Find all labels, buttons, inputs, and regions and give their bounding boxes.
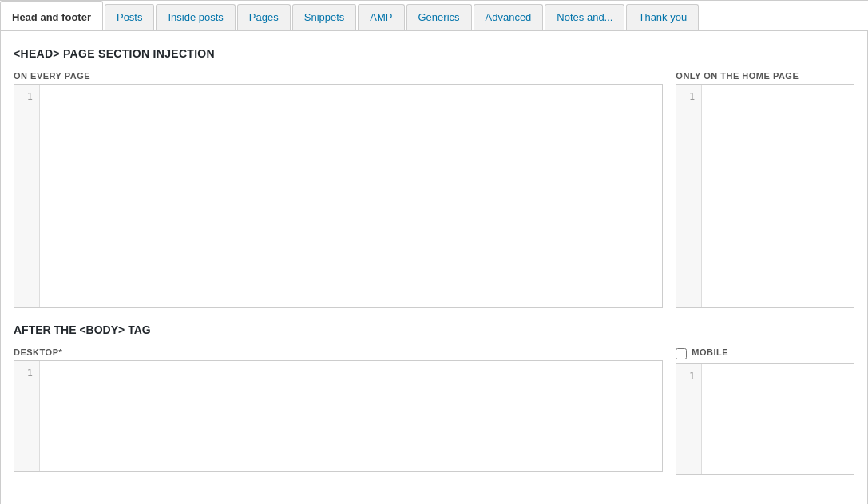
- head-injection-row: ON EVERY PAGE 1 ONLY ON THE HOME PAGE 1: [14, 71, 854, 308]
- after-body-section: AFTER THE <BODY> TAG DESKTOP* 1 MOBILE 1: [14, 323, 854, 475]
- head-section-title: <HEAD> PAGE SECTION INJECTION: [14, 47, 854, 60]
- on-every-page-textarea[interactable]: [40, 85, 662, 307]
- mobile-label-row: MOBILE: [676, 347, 854, 360]
- desktop-col: DESKTOP* 1: [14, 347, 663, 475]
- tab-thank-you[interactable]: Thank you: [626, 4, 699, 30]
- tab-generics[interactable]: Generics: [406, 4, 472, 30]
- mobile-editor: 1: [676, 363, 854, 475]
- tab-advanced[interactable]: Advanced: [474, 4, 544, 30]
- on-every-page-label: ON EVERY PAGE: [14, 71, 663, 81]
- desktop-label: DESKTOP*: [14, 347, 663, 357]
- tab-posts[interactable]: Posts: [105, 4, 155, 30]
- on-every-page-line-numbers: 1: [14, 85, 40, 307]
- tab-amp[interactable]: AMP: [358, 4, 404, 30]
- desktop-line-numbers: 1: [14, 361, 40, 471]
- tab-notes[interactable]: Notes and...: [545, 4, 624, 30]
- on-every-page-editor: 1: [14, 84, 663, 308]
- tab-head-and-footer[interactable]: Head and footer: [0, 1, 103, 30]
- only-home-label: ONLY ON THE HOME PAGE: [676, 71, 854, 81]
- only-home-col: ONLY ON THE HOME PAGE 1: [676, 71, 854, 308]
- tab-pages[interactable]: Pages: [237, 4, 291, 30]
- desktop-editor: 1: [14, 360, 663, 472]
- mobile-checkbox[interactable]: [676, 348, 687, 359]
- mobile-col: MOBILE 1: [676, 347, 854, 475]
- mobile-textarea[interactable]: [702, 364, 854, 474]
- only-home-textarea[interactable]: [702, 85, 854, 307]
- content-area: <HEAD> PAGE SECTION INJECTION ON EVERY P…: [0, 31, 868, 504]
- on-every-page-col: ON EVERY PAGE 1: [14, 71, 663, 308]
- tabs-bar: Head and footer Posts Inside posts Pages…: [0, 0, 868, 31]
- only-home-line-numbers: 1: [676, 85, 702, 307]
- mobile-label: MOBILE: [692, 347, 728, 357]
- mobile-line-numbers: 1: [676, 364, 702, 474]
- tab-inside-posts[interactable]: Inside posts: [156, 4, 235, 30]
- desktop-textarea[interactable]: [40, 361, 662, 471]
- after-body-row: DESKTOP* 1 MOBILE 1: [14, 347, 854, 475]
- tab-snippets[interactable]: Snippets: [292, 4, 357, 30]
- only-home-editor: 1: [676, 84, 854, 308]
- after-body-title: AFTER THE <BODY> TAG: [14, 323, 854, 336]
